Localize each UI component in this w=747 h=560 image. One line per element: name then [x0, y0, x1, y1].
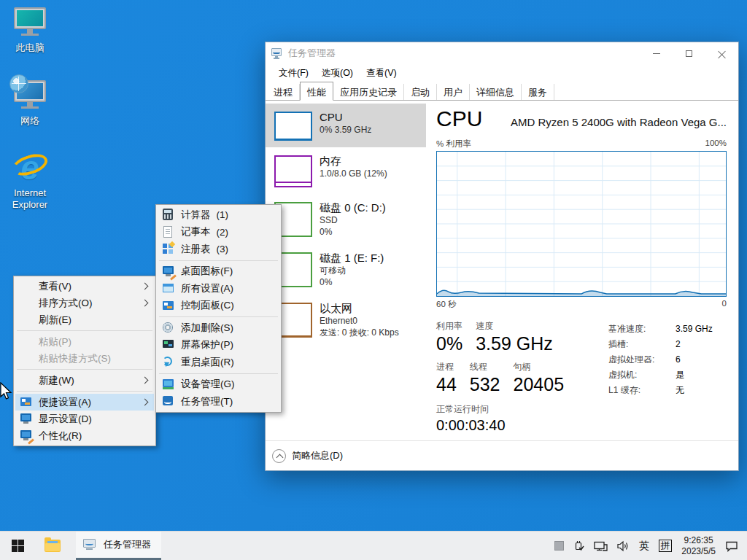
titlebar[interactable]: 任务管理器 [266, 42, 738, 64]
network-icon [11, 79, 49, 112]
menu-file[interactable]: 文件(F) [272, 65, 315, 82]
sidebar-subtitle2: 0% [320, 226, 386, 238]
utilization-label: 利用率 [436, 320, 462, 332]
submenu-arrow-icon [142, 398, 149, 405]
menu-item-label: 控制面板(C) [181, 299, 234, 312]
menu-options[interactable]: 选项(O) [315, 65, 360, 82]
context-menu-quick-settings[interactable]: 便捷设置(A) [15, 394, 154, 411]
context-menu-paste-shortcut: 粘贴快捷方式(S) [15, 350, 154, 367]
desktop-icon-network[interactable]: 网络 [1, 79, 58, 127]
sidebar-title: CPU [320, 110, 371, 124]
submenu-desktop-icons[interactable]: 桌面图标(F) [158, 263, 279, 281]
tray-time: 9:26:35 [681, 535, 716, 546]
submenu-task-manager[interactable]: 任务管理(T) [158, 393, 279, 411]
sockets-label: 插槽: [608, 337, 676, 352]
submenu-device-manager[interactable]: 设备管理(G) [158, 376, 279, 394]
tab-app-history[interactable]: 应用历史记录 [333, 84, 404, 100]
tab-performance[interactable]: 性能 [300, 82, 333, 101]
desktop-context-menu: 查看(V) 排序方式(O) 刷新(E) 粘贴(P) 粘贴快捷方式(S) 新建(W… [13, 276, 156, 446]
language-indicator[interactable]: 英 [639, 540, 649, 553]
menu-item-label: 便捷设置(A) [39, 396, 91, 409]
submenu-restart-desktop[interactable]: 重启桌面(R) [158, 354, 279, 371]
close-icon [718, 50, 726, 58]
menu-item-label: 记事本 [181, 225, 211, 238]
graph-x-right-label: 0 [722, 299, 727, 310]
menu-view[interactable]: 查看(V) [360, 65, 403, 82]
menu-item-label: 排序方式(O) [39, 297, 93, 310]
submenu-control-panel[interactable]: 控制面板(C) [158, 298, 279, 315]
tab-users[interactable]: 用户 [437, 84, 470, 100]
submenu-registry[interactable]: 注册表(3) [158, 241, 279, 258]
menu-separator [159, 373, 278, 374]
sidebar-item-disk0[interactable]: 磁盘 0 (C: D:) SSD 0% [266, 194, 426, 244]
context-menu-paste: 粘贴(P) [15, 333, 154, 350]
start-button[interactable] [0, 532, 35, 560]
control-panel-icon [162, 300, 174, 312]
sidebar-subtitle: 1.0/8.0 GB (12%) [320, 168, 387, 179]
memory-thumbnail [274, 155, 312, 187]
tray-app-icon[interactable] [554, 541, 564, 551]
submenu-add-remove[interactable]: 添加删除(S) [158, 319, 279, 337]
sidebar-item-disk1[interactable]: 磁盘 1 (E: F:) 可移动 0% [266, 244, 426, 295]
task-manager-window: 任务管理器 文件(F) 选项(O) 查看(V) 进程 性能 应用历史记录 启动 … [265, 42, 739, 471]
context-menu-view[interactable]: 查看(V) [15, 278, 154, 295]
minimize-button[interactable] [640, 42, 673, 64]
menu-separator [17, 391, 152, 392]
context-menu-personalize[interactable]: 个性化(R) [15, 427, 154, 444]
menu-item-label: 设备管理(G) [181, 378, 235, 391]
cpu-thumbnail [274, 112, 312, 141]
all-settings-icon [162, 282, 174, 295]
usb-safely-remove-icon[interactable] [573, 540, 584, 552]
cpu-usage-graph[interactable] [436, 151, 727, 297]
sidebar-subtitle: 0% 3.59 GHz [320, 124, 371, 136]
sidebar-subtitle: 可移动 [320, 265, 384, 276]
menu-item-label: 计算器 [181, 209, 211, 222]
base-speed-value: 3.59 GHz [676, 322, 713, 337]
sidebar-subtitle: Ethernet0 [320, 315, 399, 327]
tab-services[interactable]: 服务 [522, 84, 554, 100]
submenu-notepad[interactable]: 记事本(2) [158, 224, 279, 241]
desktop-icon-internet-explorer[interactable]: e Internet Explorer [1, 151, 58, 211]
action-center-icon[interactable] [725, 540, 738, 552]
close-button[interactable] [705, 42, 738, 64]
menu-item-label: 所有设置(A) [181, 282, 233, 295]
ime-mode-indicator[interactable]: 拼 [659, 540, 673, 552]
context-menu-new[interactable]: 新建(W) [15, 372, 154, 389]
performance-sidebar: CPU 0% 3.59 GHz 内存 1.0/8.0 GB (12%) 磁盘 0… [266, 101, 426, 440]
submenu-calculator[interactable]: 计算器(1) [158, 206, 279, 224]
fewer-details-toggle[interactable]: 简略信息(D) [266, 440, 738, 470]
cpu-spec-list: 基准速度:3.59 GHz 插槽:2 虚拟处理器:6 虚拟机:是 L1 缓存:无 [608, 320, 713, 435]
screensaver-icon [162, 339, 174, 351]
taskbar-clock[interactable]: 9:26:35 2023/5/5 [681, 535, 716, 557]
context-menu-display-settings[interactable]: 显示设置(D) [15, 411, 154, 427]
submenu-all-settings[interactable]: 所有设置(A) [158, 280, 279, 298]
sidebar-title: 以太网 [320, 301, 399, 315]
sidebar-title: 磁盘 0 (C: D:) [320, 201, 386, 214]
sidebar-item-ethernet[interactable]: 以太网 Ethernet0 发送: 0 接收: 0 Kbps [266, 295, 426, 345]
context-menu-refresh[interactable]: 刷新(E) [15, 311, 154, 328]
uptime-value: 0:00:03:40 [436, 415, 576, 435]
context-menu-sort-by[interactable]: 排序方式(O) [15, 295, 154, 311]
file-explorer-button[interactable] [35, 532, 70, 560]
tab-processes[interactable]: 进程 [267, 84, 300, 100]
restart-desktop-icon [162, 356, 174, 368]
tab-startup[interactable]: 启动 [404, 84, 437, 100]
task-manager-taskbar-icon [83, 539, 98, 551]
menu-item-shortcut: (2) [217, 227, 229, 238]
tab-bar: 进程 性能 应用历史记录 启动 用户 详细信息 服务 [266, 82, 738, 101]
personalize-icon [20, 429, 32, 442]
volume-icon[interactable] [617, 540, 630, 552]
virtual-processors-label: 虚拟处理器: [608, 352, 676, 368]
sidebar-item-cpu[interactable]: CPU 0% 3.59 GHz [266, 104, 426, 147]
maximize-button[interactable] [673, 42, 705, 64]
tab-details[interactable]: 详细信息 [470, 84, 522, 100]
submenu-screensaver[interactable]: 屏幕保护(P) [158, 337, 279, 354]
network-tray-icon[interactable] [594, 540, 608, 552]
taskbar-task-manager-button[interactable]: 任务管理器 [76, 532, 161, 560]
sidebar-item-memory[interactable]: 内存 1.0/8.0 GB (12%) [266, 147, 426, 194]
menu-item-label: 粘贴快捷方式(S) [39, 352, 111, 365]
cpu-detail-pane: CPU AMD Ryzen 5 2400G with Radeon Vega G… [426, 101, 738, 440]
sidebar-title: 内存 [320, 154, 387, 168]
desktop-icon-this-pc[interactable]: 此电脑 [1, 6, 58, 54]
sidebar-subtitle2: 0% [320, 276, 384, 288]
